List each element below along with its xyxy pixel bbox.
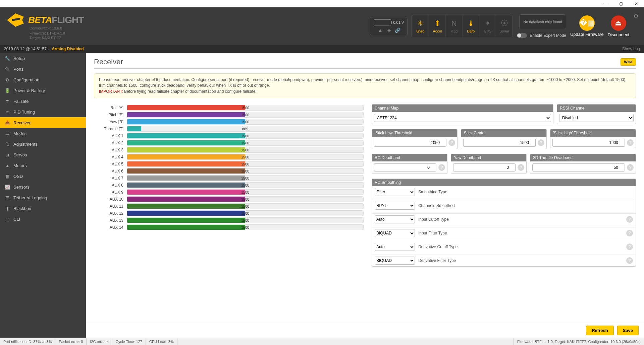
help-icon[interactable]: ? bbox=[538, 139, 544, 146]
channel-row: AUX 81500 bbox=[94, 182, 364, 189]
channel-value: 1500 bbox=[241, 183, 249, 187]
wiki-button[interactable]: WIKI bbox=[621, 58, 636, 66]
channel-row: AUX 101500 bbox=[94, 196, 364, 203]
rc-deadband-input[interactable] bbox=[374, 163, 436, 171]
window-close[interactable]: ✕ bbox=[629, 0, 644, 7]
smoothing-select[interactable]: BIQUAD bbox=[375, 229, 415, 237]
smoothing-select[interactable]: Filter bbox=[375, 188, 415, 196]
sidebar-item-modes[interactable]: ▭Modes bbox=[0, 128, 86, 139]
sidebar-item-pid-tuning[interactable]: ≡PID Tuning bbox=[0, 107, 86, 117]
update-firmware-button[interactable]: �▦ Update Firmware bbox=[570, 15, 604, 37]
sidebar-item-tethered-logging[interactable]: ☰Tethered Logging bbox=[0, 192, 86, 203]
channel-row: AUX 61500 bbox=[94, 167, 364, 175]
sidebar-item-blackbox[interactable]: ▮Blackbox bbox=[0, 203, 86, 214]
help-icon[interactable]: ? bbox=[438, 164, 445, 171]
channel-map-panel: Channel Map AETR1234 bbox=[372, 104, 553, 124]
channel-row: AUX 71500 bbox=[94, 175, 364, 182]
smoothing-select[interactable]: RPYT bbox=[375, 202, 415, 210]
sidebar-item-failsafe[interactable]: ☂Failsafe bbox=[0, 96, 86, 107]
show-log-link[interactable]: Show Log bbox=[622, 47, 640, 51]
sidebar-item-label: Configuration bbox=[13, 77, 39, 82]
cycle-time: Cycle Time: 127 bbox=[112, 338, 146, 345]
help-icon[interactable]: ? bbox=[627, 164, 634, 171]
sidebar-icon: 🔌 bbox=[5, 67, 10, 72]
sidebar-icon: ▦ bbox=[5, 174, 10, 179]
settings-gear-icon[interactable]: ⚙ bbox=[633, 12, 639, 20]
sidebar-item-sensors[interactable]: 📈Sensors bbox=[0, 182, 86, 192]
sidebar-icon: 🔋 bbox=[5, 88, 10, 93]
help-icon[interactable]: ? bbox=[626, 230, 633, 236]
yaw-deadband-input[interactable] bbox=[453, 163, 516, 171]
stick-high-panel: 'Stick High' Threshold ? bbox=[550, 129, 636, 149]
3d-throttle-deadband-input[interactable] bbox=[532, 163, 625, 171]
toggle-icon[interactable] bbox=[517, 33, 527, 38]
disconnect-button[interactable]: ⏏ Disconnect bbox=[608, 15, 629, 37]
sidebar-item-receiver[interactable]: 📥Receiver bbox=[0, 117, 86, 128]
parachute-icon: ◈ bbox=[386, 27, 391, 33]
channel-row: AUX 41500 bbox=[94, 153, 364, 160]
3d-throttle-deadband-panel: 3D Throttle Deadband ? bbox=[530, 154, 636, 174]
channel-row: AUX 131500 bbox=[94, 217, 364, 224]
window-maximize[interactable]: ▢ bbox=[613, 0, 629, 7]
window-titlebar: — ▢ ✕ bbox=[0, 0, 644, 7]
channel-bar: 1500 bbox=[127, 224, 364, 230]
window-minimize[interactable]: — bbox=[598, 0, 613, 7]
refresh-button[interactable]: Refresh bbox=[586, 326, 613, 335]
rssi-channel-select[interactable]: Disabled bbox=[559, 114, 634, 122]
channel-bar: 1500 bbox=[127, 133, 364, 139]
sidebar-item-label: Motors bbox=[13, 163, 27, 168]
sidebar-item-label: Modes bbox=[13, 131, 26, 136]
sensor-icon: 🌡 bbox=[467, 19, 475, 28]
smoothing-select[interactable]: BIQUAD bbox=[375, 257, 415, 265]
help-icon[interactable]: ? bbox=[518, 164, 524, 171]
sidebar-item-cli[interactable]: ▢CLI bbox=[0, 214, 86, 224]
yaw-deadband-panel: Yaw Deadband ? bbox=[451, 154, 527, 174]
channel-value: 885 bbox=[242, 127, 248, 131]
channel-label: AUX 4 bbox=[94, 155, 123, 159]
sidebar-item-ports[interactable]: 🔌Ports bbox=[0, 64, 86, 74]
packet-error: Packet error: 0 bbox=[55, 338, 87, 345]
stick-high-input[interactable] bbox=[552, 139, 625, 147]
channel-label: AUX 5 bbox=[94, 162, 123, 166]
arming-status: Arming Disabled bbox=[52, 47, 84, 51]
smoothing-row: BIQUADDerivative Filter Type? bbox=[372, 255, 636, 266]
help-icon[interactable]: ? bbox=[627, 139, 634, 146]
channel-value: 1500 bbox=[241, 148, 249, 152]
app-title: BETAFLIGHT bbox=[28, 15, 84, 25]
channel-value: 1500 bbox=[241, 225, 249, 229]
help-icon[interactable]: ? bbox=[626, 244, 633, 250]
channel-value: 1500 bbox=[241, 141, 249, 145]
channel-row: AUX 111500 bbox=[94, 203, 364, 210]
sidebar-icon: ⚙ bbox=[5, 77, 10, 82]
sidebar-item-osd[interactable]: ▦OSD bbox=[0, 171, 86, 182]
rc-smoothing-panel: RC Smoothing FilterSmoothing TypeRPYTCha… bbox=[372, 179, 636, 267]
sidebar-item-adjustments[interactable]: ⇅Adjustments bbox=[0, 139, 86, 149]
stick-low-input[interactable] bbox=[374, 139, 446, 147]
help-icon[interactable]: ? bbox=[626, 216, 633, 223]
smoothing-select[interactable]: Auto bbox=[375, 243, 415, 251]
sidebar-item-motors[interactable]: ▲Motors bbox=[0, 160, 86, 171]
sidebar-item-label: CLI bbox=[13, 217, 20, 222]
stick-center-input[interactable] bbox=[463, 139, 536, 147]
sidebar-item-power-battery[interactable]: 🔋Power & Battery bbox=[0, 85, 86, 96]
channel-value: 1500 bbox=[241, 211, 249, 215]
channel-map-select[interactable]: AETR1234 bbox=[374, 114, 551, 122]
smoothing-select[interactable]: Auto bbox=[375, 215, 415, 223]
save-button[interactable]: Save bbox=[617, 326, 639, 335]
help-icon[interactable]: ? bbox=[626, 257, 633, 264]
sidebar-item-setup[interactable]: 🔧Setup bbox=[0, 53, 86, 64]
battery-voltage: 0.01 V bbox=[393, 20, 404, 24]
channel-value: 1500 bbox=[241, 162, 249, 166]
sidebar-icon: ⇅ bbox=[5, 142, 10, 147]
channel-bar: 1500 bbox=[127, 147, 364, 153]
channel-value: 1500 bbox=[241, 169, 249, 173]
footer-buttons: Refresh Save bbox=[86, 323, 644, 338]
help-icon[interactable]: ? bbox=[448, 139, 455, 146]
status-bar: Port utilization: D: 37% U: 3% Packet er… bbox=[0, 338, 644, 345]
sidebar-icon: 📥 bbox=[5, 120, 10, 125]
sidebar-item-servos[interactable]: ⊿Servos bbox=[0, 149, 86, 160]
sidebar-item-configuration[interactable]: ⚙Configuration bbox=[0, 74, 86, 85]
expert-mode-toggle[interactable]: Enable Expert Mode bbox=[517, 33, 566, 38]
channel-value: 1500 bbox=[241, 190, 249, 194]
notice-box: Please read receiver chapter of the docu… bbox=[94, 73, 636, 98]
